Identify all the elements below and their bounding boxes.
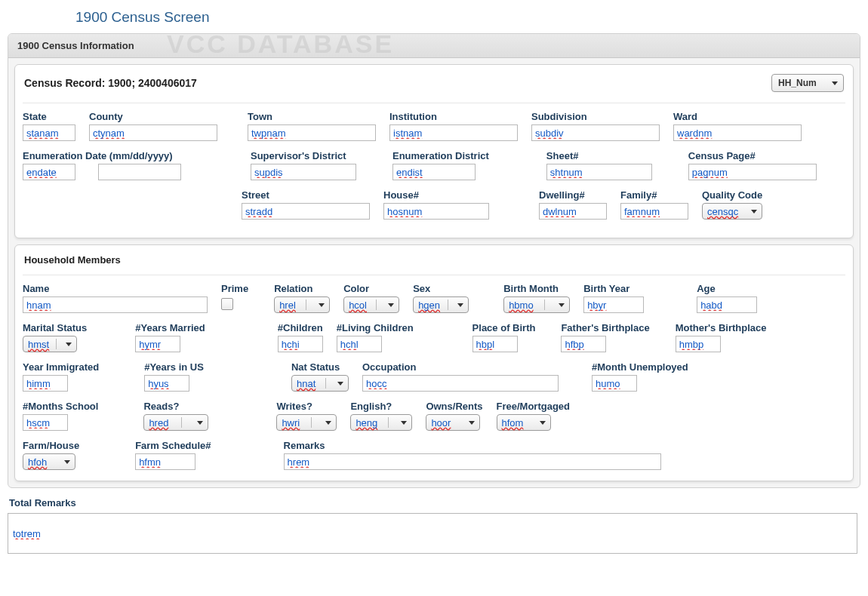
relation-select[interactable]: hrel bbox=[274, 296, 330, 313]
name-field[interactable] bbox=[23, 296, 208, 313]
sheet-field[interactable] bbox=[546, 164, 652, 180]
label-months-school: #Months School bbox=[23, 401, 98, 412]
age-field[interactable] bbox=[697, 296, 757, 313]
census-record-card: Census Record: 1900; 2400406017 HH_Num S… bbox=[14, 64, 854, 238]
months-unemployed-field[interactable] bbox=[592, 375, 637, 392]
free-mortgaged-text: hfom bbox=[502, 417, 524, 429]
enum-date-field-1[interactable] bbox=[23, 164, 75, 180]
dwelling-field[interactable] bbox=[539, 203, 607, 220]
census-info-header: 1900 Census Information VCC DATABASE bbox=[8, 34, 860, 58]
chevron-down-icon bbox=[63, 339, 74, 349]
enum-dist-field[interactable] bbox=[392, 164, 476, 180]
chevron-down-icon bbox=[195, 417, 205, 428]
writes-select[interactable]: hwri bbox=[276, 414, 337, 431]
years-us-field[interactable] bbox=[144, 375, 189, 392]
street-field[interactable] bbox=[242, 203, 370, 220]
label-relation: Relation bbox=[274, 283, 330, 294]
english-select[interactable]: heng bbox=[350, 414, 412, 431]
watermark-text: VCC DATABASE bbox=[167, 33, 394, 59]
county-field[interactable] bbox=[89, 124, 217, 141]
label-years-married: #Years Married bbox=[135, 322, 205, 333]
label-sup-dist: Supervisor's District bbox=[251, 150, 356, 161]
label-county: County bbox=[89, 111, 217, 122]
english-text: heng bbox=[356, 417, 377, 429]
label-total-remarks: Total Remarks bbox=[8, 494, 860, 513]
chevron-down-icon bbox=[399, 417, 409, 428]
birth-year-field[interactable] bbox=[583, 296, 644, 313]
marital-status-text: hmst bbox=[28, 339, 49, 350]
label-subdivision: Subdivision bbox=[531, 111, 660, 122]
label-months-unemployed: #Month Unemployed bbox=[592, 361, 688, 373]
enum-date-field-2[interactable] bbox=[98, 164, 181, 180]
owns-rents-text: hoor bbox=[431, 417, 451, 429]
label-family: Family# bbox=[620, 189, 688, 201]
birth-month-text: hbmo bbox=[509, 300, 534, 311]
years-married-field[interactable] bbox=[135, 336, 180, 352]
chevron-down-icon bbox=[62, 456, 72, 467]
institution-field[interactable] bbox=[389, 124, 518, 141]
label-writes: Writes? bbox=[276, 401, 337, 412]
chevron-down-icon bbox=[830, 78, 840, 88]
label-street: Street bbox=[242, 189, 370, 201]
months-school-field[interactable] bbox=[23, 414, 68, 431]
hh-num-select-text: HH_Num bbox=[778, 78, 817, 88]
census-page-field[interactable] bbox=[688, 164, 817, 180]
year-immigrated-field[interactable] bbox=[23, 375, 68, 392]
subdivision-field[interactable] bbox=[531, 124, 660, 141]
farm-house-select[interactable]: hfoh bbox=[23, 453, 75, 470]
color-select[interactable]: hcol bbox=[343, 296, 399, 313]
children-field[interactable] bbox=[278, 336, 323, 352]
free-mortgaged-select[interactable]: hfom bbox=[497, 414, 551, 431]
label-nat-status: Nat Status bbox=[291, 361, 349, 373]
ward-field[interactable] bbox=[673, 124, 802, 141]
chevron-down-icon bbox=[335, 378, 346, 389]
family-field[interactable] bbox=[620, 203, 688, 220]
label-living-children: #Living Children bbox=[337, 322, 414, 333]
label-father-birth: Father's Birthplace bbox=[561, 322, 649, 333]
nat-status-select[interactable]: hnat bbox=[291, 375, 349, 392]
living-children-field[interactable] bbox=[337, 336, 382, 352]
label-reads: Reads? bbox=[143, 401, 208, 412]
owns-rents-select[interactable]: hoor bbox=[426, 414, 480, 431]
reads-select[interactable]: hred bbox=[143, 414, 208, 431]
census-info-header-text: 1900 Census Information bbox=[17, 40, 134, 51]
label-birth-year: Birth Year bbox=[583, 283, 644, 294]
farm-schedule-field[interactable] bbox=[135, 453, 195, 470]
sup-dist-field[interactable] bbox=[251, 164, 356, 180]
sex-select[interactable]: hgen bbox=[413, 296, 469, 313]
quality-code-text: censqc bbox=[707, 206, 738, 217]
label-prime: Prime bbox=[221, 283, 248, 294]
label-birth-month: Birth Month bbox=[503, 283, 570, 294]
occupation-field[interactable] bbox=[362, 375, 559, 392]
sex-text: hgen bbox=[418, 300, 440, 311]
label-enum-date: Enumeration Date (mm/dd/yyyy) bbox=[23, 150, 181, 161]
label-quality-code: Quality Code bbox=[702, 189, 762, 201]
chevron-down-icon bbox=[749, 206, 759, 217]
place-birth-field[interactable] bbox=[472, 336, 518, 352]
chevron-down-icon bbox=[323, 417, 334, 428]
father-birth-field[interactable] bbox=[561, 336, 606, 352]
outer-panel: 1900 Census Information VCC DATABASE Cen… bbox=[8, 33, 860, 488]
marital-status-select[interactable]: hmst bbox=[23, 336, 77, 352]
mother-birth-field[interactable] bbox=[676, 336, 721, 352]
chevron-down-icon bbox=[386, 300, 396, 310]
remarks-field[interactable] bbox=[284, 453, 661, 470]
label-owns-rents: Owns/Rents bbox=[426, 401, 482, 412]
state-field[interactable] bbox=[23, 124, 75, 141]
prime-checkbox[interactable] bbox=[221, 298, 233, 310]
birth-month-select[interactable]: hbmo bbox=[503, 296, 570, 313]
hh-num-select[interactable]: HH_Num bbox=[771, 74, 844, 92]
town-field[interactable] bbox=[248, 124, 376, 141]
label-town: Town bbox=[248, 111, 376, 122]
household-members-card: Household Members Name Prime Relation hr… bbox=[14, 244, 854, 481]
label-color: Color bbox=[343, 283, 399, 294]
label-remarks: Remarks bbox=[284, 440, 661, 451]
label-marital-status: Marital Status bbox=[23, 322, 87, 333]
total-remarks-block: Total Remarks bbox=[8, 494, 860, 554]
total-remarks-field[interactable] bbox=[8, 513, 857, 554]
label-ward: Ward bbox=[673, 111, 802, 122]
house-field[interactable] bbox=[383, 203, 489, 220]
chevron-down-icon bbox=[316, 300, 327, 310]
quality-code-select[interactable]: censqc bbox=[702, 203, 762, 220]
nat-status-text: hnat bbox=[297, 378, 315, 389]
